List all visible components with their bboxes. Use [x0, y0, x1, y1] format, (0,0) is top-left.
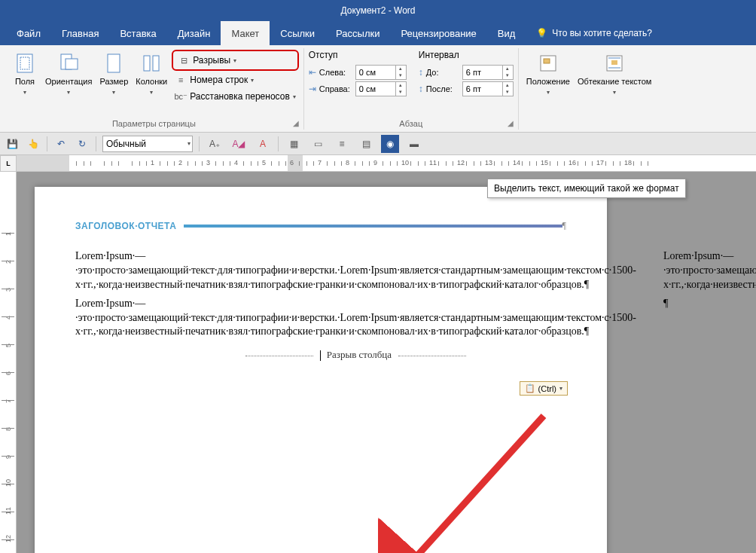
paragraph[interactable]: Lorem·Ipsum·—·это·просто·замещающий·текс… [75, 249, 636, 292]
wrap-text-button[interactable]: Обтекание текстом▾ [575, 48, 655, 118]
apply-styles-button[interactable]: A [254, 135, 272, 153]
tab-references[interactable]: Ссылки [270, 21, 325, 45]
breaks-button[interactable]: ⊟ Разрывы ▾ [172, 50, 299, 71]
styles-pane-button[interactable]: ≡ [333, 135, 351, 153]
style-selector[interactable]: Обычный ▾ [102, 136, 193, 152]
position-button[interactable]: Положение▾ [523, 48, 573, 118]
new-style-button[interactable]: A₊ [206, 135, 224, 153]
tooltip: Выделить текст, имеющий такой же формат [487, 179, 686, 198]
page: ЗАГОЛОВОК·ОТЧЕТА ¶ Lorem·Ipsum·—·это·про… [35, 187, 607, 553]
tab-view[interactable]: Вид [487, 21, 526, 45]
tab-review[interactable]: Рецензирование [390, 21, 486, 45]
title-bar: Документ2 - Word [0, 0, 756, 21]
text-cursor [320, 350, 321, 361]
wrap-text-icon [602, 51, 626, 75]
redo-button[interactable]: ↻ [75, 136, 90, 151]
heading-bar [184, 225, 562, 228]
tab-design[interactable]: Дизайн [167, 21, 221, 45]
tab-file[interactable]: Файл [6, 21, 51, 45]
size-icon [102, 51, 126, 75]
indent-heading: Отступ [309, 48, 407, 63]
hyphenation-button[interactable]: bc⁻ Расстановка переносов ▾ [172, 89, 299, 104]
group-page-setup: Поля▾ Ориентация▾ Размер▾ Колонки▾ [5, 48, 304, 130]
tab-insert[interactable]: Вставка [109, 21, 166, 45]
paste-options-button[interactable]: 📋 (Ctrl) ▾ [520, 381, 568, 396]
group-paragraph: Отступ ⇤ Слева: 0 см ▴▾ ⇥ Справа: 0 см ▴… [304, 48, 519, 130]
orientation-button[interactable]: Ориентация▾ [42, 48, 95, 118]
group-arrange: Положение▾ Обтекание текстом▾ [519, 48, 660, 130]
line-numbers-icon: ≡ [175, 74, 187, 86]
paragraph-empty[interactable]: ¶ [663, 297, 756, 311]
form-button[interactable]: ▬ [405, 135, 423, 153]
column-break-marker: Разрыв столбца [75, 348, 636, 362]
svg-rect-10 [611, 60, 617, 65]
insert-object-button[interactable]: ▭ [309, 135, 327, 153]
pilcrow-icon: ¶ [562, 220, 566, 231]
svg-rect-4 [108, 54, 120, 72]
group-label-paragraph: Абзац [309, 118, 514, 130]
orientation-icon [56, 51, 81, 75]
select-similar-button[interactable]: ◉ [381, 135, 399, 153]
indent-right-input[interactable]: 0 см ▴▾ [355, 81, 407, 96]
insert-table-button[interactable]: ▦ [285, 135, 303, 153]
group-label-page-setup: Параметры страницы [9, 118, 299, 130]
svg-rect-5 [144, 56, 150, 71]
columns-button[interactable]: Колонки▾ [133, 48, 170, 118]
editor-area: L 1234567891011121314 123456789101112131… [0, 155, 756, 553]
document-canvas[interactable]: ЗАГОЛОВОК·ОТЧЕТА ¶ Lorem·Ipsum·—·это·про… [17, 172, 756, 553]
inspector-button[interactable]: ▤ [357, 135, 375, 153]
ribbon: Поля▾ Ориентация▾ Размер▾ Колонки▾ [0, 45, 756, 133]
margins-button[interactable]: Поля▾ [9, 48, 41, 118]
save-button[interactable]: 💾 [5, 136, 20, 151]
ribbon-tabs: Файл Главная Вставка Дизайн Макет Ссылки… [0, 21, 756, 45]
doc-heading: ЗАГОЛОВОК·ОТЧЕТА [75, 221, 176, 231]
tab-layout[interactable]: Макет [221, 21, 270, 45]
indent-left-icon: ⇤ [309, 67, 316, 78]
position-icon [536, 51, 560, 75]
ruler-corner[interactable]: L [0, 155, 17, 172]
size-button[interactable]: Размер▾ [96, 48, 131, 118]
indent-left-input[interactable]: 0 см ▴▾ [355, 65, 407, 80]
bulb-icon: 💡 [536, 28, 547, 38]
quick-access-toolbar: 💾 👆 ↶ ↻ Обычный ▾ A₊ A◢ A ▦ ▭ ≡ ▤ ◉ ▬ [0, 133, 756, 155]
touch-mode-button[interactable]: 👆 [26, 136, 41, 151]
spacing-heading: Интервал [419, 48, 514, 63]
svg-rect-6 [153, 56, 159, 71]
spacing-before-icon: ↕ [419, 67, 423, 78]
app-title: Документ2 - Word [340, 5, 415, 16]
tab-home[interactable]: Главная [51, 21, 109, 45]
svg-rect-8 [544, 59, 550, 63]
clipboard-icon: 📋 [525, 383, 535, 393]
paragraph[interactable]: Lorem·Ipsum·—·это·просто·замещающий·текс… [75, 297, 636, 340]
paragraph[interactable]: Lorem·Ipsum·—·это·просто·замещающий·текс… [663, 249, 756, 292]
breaks-icon: ⊟ [178, 54, 190, 66]
hyphenation-icon: bc⁻ [175, 90, 187, 102]
vertical-ruler[interactable]: 1234567891011121314 [0, 172, 17, 553]
indent-right-icon: ⇥ [309, 84, 316, 94]
tab-tell-me[interactable]: 💡 Что вы хотите сделать? [526, 21, 663, 45]
paragraph-launcher[interactable]: ◢ [508, 119, 517, 128]
margins-icon [13, 51, 37, 75]
svg-rect-3 [66, 59, 78, 69]
spacing-before-input[interactable]: 6 пт ▴▾ [462, 65, 514, 80]
page-setup-launcher[interactable]: ◢ [293, 119, 302, 128]
spacing-after-input[interactable]: 6 пт ▴▾ [462, 81, 514, 96]
tab-mailings[interactable]: Рассылки [325, 21, 390, 45]
columns-icon [139, 51, 163, 75]
undo-button[interactable]: ↶ [53, 136, 69, 151]
line-numbers-button[interactable]: ≡ Номера строк ▾ [172, 72, 299, 87]
horizontal-ruler[interactable]: 123456789101112131415161718 [17, 155, 756, 172]
clear-formatting-button[interactable]: A◢ [230, 135, 248, 153]
spacing-after-icon: ↕ [419, 84, 423, 94]
